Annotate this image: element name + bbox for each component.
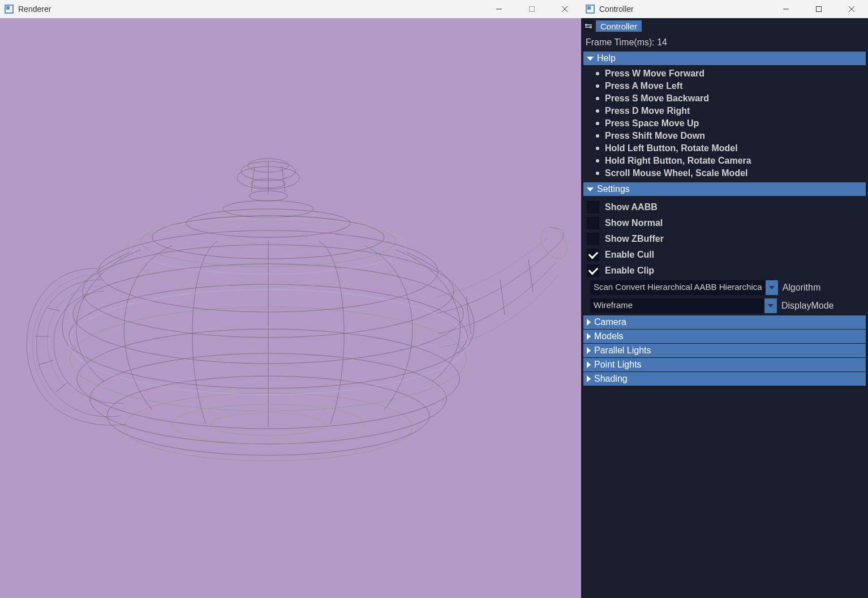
dropdown-button[interactable] [764, 298, 777, 313]
displaymode-label: DisplayMode [781, 301, 833, 311]
section-settings[interactable]: Settings [583, 182, 866, 196]
svg-line-30 [39, 360, 53, 365]
tab-controller[interactable]: Controller [596, 20, 642, 32]
checkbox[interactable] [587, 264, 599, 277]
chevron-right-icon [587, 361, 591, 368]
chevron-down-icon [768, 304, 774, 307]
bullet-icon [596, 134, 599, 138]
section-models-label: Models [594, 331, 624, 341]
section-point-lights-label: Point Lights [594, 360, 642, 370]
chevron-down-icon [587, 57, 594, 61]
window-controls [483, 0, 581, 18]
teapot-wireframe [14, 110, 568, 506]
help-item: Press W Move Forward [596, 67, 866, 80]
chevron-right-icon [587, 319, 591, 326]
chevron-right-icon [587, 347, 591, 354]
close-button[interactable] [548, 0, 581, 18]
algorithm-select[interactable]: Scan Convert Hierarchical AABB Hierarchi… [590, 280, 778, 295]
help-item: Press Space Move Up [596, 117, 866, 130]
checkbox[interactable] [587, 249, 599, 261]
settings-list: Show AABB Show Normal Show ZBuffer Enabl… [583, 196, 866, 315]
help-item: Press Shift Move Down [596, 130, 866, 142]
bullet-icon [596, 172, 599, 175]
tab-row: Controller [583, 20, 866, 32]
section-parallel-lights-label: Parallel Lights [594, 345, 651, 356]
chevron-down-icon [587, 187, 594, 191]
window-controls [770, 0, 868, 18]
section-camera-label: Camera [594, 317, 626, 327]
panel-menu-icon[interactable] [583, 21, 594, 31]
section-models[interactable]: Models [583, 330, 866, 343]
help-item: Scroll Mouse Wheel, Scale Model [596, 167, 866, 180]
section-camera[interactable]: Camera [583, 315, 866, 329]
check-enable-cull: Enable Cull [587, 247, 866, 263]
svg-line-34 [500, 280, 505, 315]
controller-window: Controller Controller Frame Time(ms): 14… [581, 0, 868, 598]
displaymode-row: Wireframe DisplayMode [587, 297, 866, 315]
bullet-icon [596, 72, 599, 75]
algorithm-label: Algorithm [783, 283, 821, 293]
svg-rect-39 [817, 7, 822, 12]
check-show-aabb: Show AABB [587, 199, 866, 215]
app-icon [5, 5, 14, 14]
maximize-button[interactable] [802, 0, 835, 18]
svg-line-28 [48, 308, 60, 311]
bullet-icon [596, 147, 599, 150]
renderer-title: Renderer [18, 5, 483, 14]
controller-title: Controller [599, 5, 770, 14]
renderer-window: Renderer [0, 0, 581, 598]
app-icon [586, 5, 595, 14]
svg-rect-1 [530, 7, 535, 12]
section-parallel-lights[interactable]: Parallel Lights [583, 344, 866, 357]
minimize-button[interactable] [483, 0, 515, 18]
renderer-viewport[interactable] [0, 18, 581, 598]
help-item: Hold Left Button, Rotate Model [596, 142, 866, 155]
minimize-button[interactable] [770, 0, 802, 18]
section-help-label: Help [597, 53, 616, 63]
section-point-lights[interactable]: Point Lights [583, 358, 866, 371]
check-show-zbuffer: Show ZBuffer [587, 231, 866, 247]
bullet-icon [596, 159, 599, 163]
checkbox[interactable] [587, 217, 599, 229]
controller-titlebar[interactable]: Controller [581, 0, 868, 18]
chevron-down-icon [769, 286, 775, 289]
algorithm-row: Scan Convert Hierarchical AABB Hierarchi… [587, 279, 866, 297]
svg-point-32 [535, 223, 568, 263]
help-item: Press S Move Backward [596, 92, 866, 105]
chevron-right-icon [587, 375, 591, 382]
help-item: Hold Right Button, Rotate Camera [596, 155, 866, 167]
help-list: Press W Move Forward Press A Move Left P… [583, 65, 866, 182]
checkbox[interactable] [587, 233, 599, 245]
bullet-icon [596, 97, 599, 100]
maximize-button[interactable] [515, 0, 548, 18]
section-shading[interactable]: Shading [583, 372, 866, 386]
check-enable-clip: Enable Clip [587, 263, 866, 279]
section-shading-label: Shading [594, 374, 628, 384]
frame-time-label: Frame Time(ms): 14 [583, 34, 866, 51]
dropdown-button[interactable] [766, 280, 778, 295]
bullet-icon [596, 84, 599, 88]
help-item: Press D Move Right [596, 105, 866, 117]
close-button[interactable] [835, 0, 868, 18]
chevron-right-icon [587, 333, 591, 340]
bullet-icon [596, 109, 599, 113]
renderer-titlebar[interactable]: Renderer [0, 0, 581, 18]
displaymode-select[interactable]: Wireframe [590, 298, 777, 313]
svg-line-33 [466, 297, 471, 334]
svg-line-35 [528, 260, 533, 292]
checkbox[interactable] [587, 201, 599, 213]
section-help[interactable]: Help [583, 52, 866, 65]
controller-panel: Controller Frame Time(ms): 14 Help Press… [581, 18, 868, 598]
section-settings-label: Settings [597, 184, 630, 194]
bullet-icon [596, 122, 599, 125]
help-item: Press A Move Left [596, 80, 866, 92]
check-show-normal: Show Normal [587, 215, 866, 231]
